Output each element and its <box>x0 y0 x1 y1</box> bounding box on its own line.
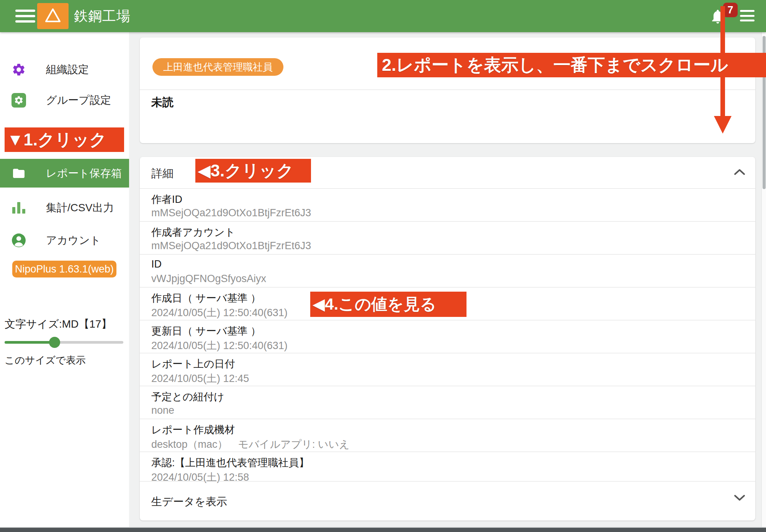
detail-rows: 作者ID mMSejOQa21d9OtXo1BtjFzrEt6J3 作成者アカウ… <box>140 188 755 485</box>
bar-chart-icon <box>11 201 26 215</box>
detail-row-label: 作成日（ サーバ基準 ） <box>151 291 261 305</box>
approver-chip[interactable]: 上田進也代表管理職社員 <box>152 58 283 76</box>
detail-row: 更新日（ サーバ基準 ） 2024/10/05(土) 12:50:40(631) <box>140 320 755 353</box>
detail-row-label: 承認:【上田進也代表管理職社員】 <box>151 456 309 470</box>
app-logo[interactable] <box>37 3 69 29</box>
raw-data-toggle[interactable]: 生データを表示 <box>140 481 755 521</box>
gear-square-icon <box>11 93 26 108</box>
detail-row-label: 作者ID <box>151 193 182 206</box>
scrollbar-track[interactable] <box>761 32 766 527</box>
detail-row-value: 2024/10/05(土) 12:50:40(631) <box>151 339 288 352</box>
detail-card: 詳細 作者ID mMSejOQa21d9OtXo1BtjFzrEt6J3 作成者… <box>140 157 755 521</box>
detail-row-label: レポート作成機材 <box>151 423 235 437</box>
sidebar: 組織設定 グループ設定 レポート保存箱 集計/CSV出力 アカウント NipoP… <box>0 32 129 527</box>
detail-row: 承認:【上田進也代表管理職社員】 2024/10/05(土) 12:58 <box>140 452 755 485</box>
app-header: 鉄鋼工場 7 <box>0 0 766 32</box>
divider <box>140 90 755 90</box>
sidebar-item-label: レポート保存箱 <box>46 166 122 181</box>
font-size-label: 文字サイズ:MD【17】 <box>5 317 112 331</box>
annotation-step1: ▼1.クリック <box>5 127 124 152</box>
detail-row-value: none <box>151 405 174 416</box>
app-title: 鉄鋼工場 <box>74 0 131 32</box>
person-circle-icon <box>11 233 26 248</box>
menu-icon[interactable] <box>15 10 35 23</box>
overflow-menu-icon[interactable] <box>740 10 755 21</box>
triangle-icon <box>44 8 61 24</box>
sidebar-item-label: 集計/CSV出力 <box>46 201 114 215</box>
detail-row: レポート作成機材 desktop（mac） モバイルアプリ: いいえ <box>140 419 755 452</box>
version-button[interactable]: NipoPlus 1.63.1(web) <box>12 261 116 277</box>
slider-thumb[interactable] <box>49 337 60 348</box>
detail-row: 予定との紐付け none <box>140 386 755 419</box>
detail-row: ID vWJpjgQFNOgSfyosAiyx <box>140 254 755 287</box>
chevron-down-icon[interactable] <box>733 493 746 501</box>
detail-row-value: mMSejOQa21d9OtXo1BtjFzrEt6J3 <box>151 240 311 252</box>
sidebar-item-group-settings[interactable]: グループ設定 <box>0 85 129 116</box>
gear-icon <box>11 62 26 77</box>
detail-row-value: vWJpjgQFNOgSfyosAiyx <box>151 273 266 285</box>
font-size-slider[interactable] <box>5 337 123 347</box>
detail-title: 詳細 <box>151 166 173 181</box>
font-size-note: このサイズで表示 <box>5 354 86 367</box>
slider-fill <box>5 341 54 344</box>
window-bottom-edge <box>0 527 766 532</box>
sidebar-item-csv-export[interactable]: 集計/CSV出力 <box>0 193 129 222</box>
detail-row: 作者ID mMSejOQa21d9OtXo1BtjFzrEt6J3 <box>140 188 755 221</box>
detail-row-label: レポート上の日付 <box>151 357 235 371</box>
detail-row-value: 2024/10/05(土) 12:45 <box>151 372 249 385</box>
annotation-step2: 2.レポートを表示し、一番下までスクロール <box>377 53 766 77</box>
detail-row-label: 予定との紐付け <box>151 390 224 404</box>
sidebar-item-report-box[interactable]: レポート保存箱 <box>0 159 129 188</box>
folder-icon <box>11 166 26 181</box>
detail-row-label: 更新日（ サーバ基準 ） <box>151 324 261 338</box>
detail-row: 作成者アカウント mMSejOQa21d9OtXo1BtjFzrEt6J3 <box>140 221 755 254</box>
detail-row-value: desktop（mac） モバイルアプリ: いいえ <box>151 437 350 451</box>
unread-label: 未読 <box>151 95 173 110</box>
detail-row: レポート上の日付 2024/10/05(土) 12:45 <box>140 353 755 386</box>
annotation-step4: ◀4.この値を見る <box>310 292 466 317</box>
detail-row-value: mMSejOQa21d9OtXo1BtjFzrEt6J3 <box>151 207 311 219</box>
sidebar-item-label: グループ設定 <box>46 93 111 108</box>
sidebar-item-org-settings[interactable]: 組織設定 <box>0 54 129 85</box>
detail-row-label: 作成者アカウント <box>151 225 235 239</box>
raw-data-label: 生データを表示 <box>151 494 227 509</box>
sidebar-item-account[interactable]: アカウント <box>0 226 129 255</box>
chevron-up-icon[interactable] <box>733 168 746 176</box>
scroll-arrow-head <box>714 116 732 134</box>
detail-row-value: 2024/10/05(土) 12:50:40(631) <box>151 306 288 320</box>
notification-count-badge[interactable]: 7 <box>723 3 738 17</box>
annotation-step3: ◀3.クリック <box>195 159 311 183</box>
sidebar-item-label: アカウント <box>46 233 101 248</box>
sidebar-item-label: 組織設定 <box>46 62 89 77</box>
detail-row-label: ID <box>151 258 162 270</box>
